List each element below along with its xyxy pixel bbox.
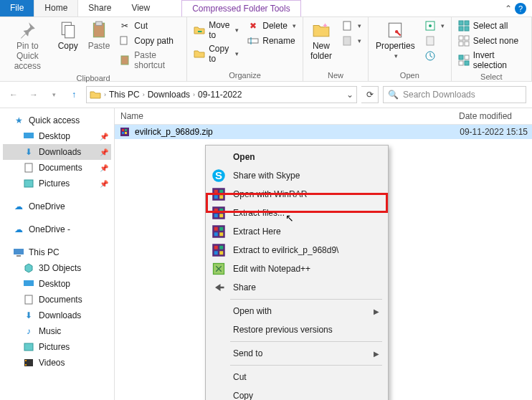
- crumb-folder[interactable]: 09-11-2022: [198, 90, 242, 100]
- tree-desktop-2[interactable]: Desktop: [3, 276, 111, 292]
- column-headers: Name Date modified: [115, 108, 532, 125]
- delete-button[interactable]: ✖Delete▾: [245, 19, 298, 32]
- svg-rect-25: [465, 61, 469, 65]
- tree-pictures[interactable]: Pictures📌: [3, 176, 111, 191]
- tree-downloads[interactable]: ⬇Downloads📌: [3, 144, 111, 160]
- cloud-icon: ☁: [13, 224, 24, 235]
- desktop-icon: [23, 278, 34, 290]
- tab-file[interactable]: File: [0, 0, 34, 16]
- highlight-box: [206, 193, 388, 213]
- group-select-label: Select: [456, 72, 527, 81]
- svg-rect-23: [465, 42, 469, 46]
- chevron-right-icon[interactable]: ›: [193, 91, 195, 98]
- tree-videos[interactable]: Videos: [3, 355, 111, 371]
- ctx-notepad[interactable]: Edit with Notepad++: [207, 259, 386, 278]
- search-input[interactable]: 🔍 Search Downloads: [383, 86, 526, 103]
- nav-forward-button[interactable]: →: [26, 87, 42, 103]
- tab-home[interactable]: Home: [34, 0, 78, 16]
- properties-button[interactable]: Properties▾: [373, 19, 418, 61]
- tree-onedrive[interactable]: ☁OneDrive: [3, 199, 111, 214]
- copy-to-button[interactable]: Copy to▾: [191, 43, 241, 65]
- ctx-open-with[interactable]: Open with▶: [207, 302, 386, 320]
- help-icon[interactable]: ?: [515, 3, 526, 14]
- desktop-icon: [23, 130, 34, 142]
- nav-up-button[interactable]: ↑: [66, 87, 82, 103]
- chevron-right-icon[interactable]: ›: [143, 91, 145, 98]
- file-row[interactable]: evilrick_p_968d9.zip 09-11-2022 15:15: [115, 125, 532, 139]
- tree-onedrive-2[interactable]: ☁OneDrive -: [3, 222, 111, 237]
- tree-pictures-2[interactable]: Pictures: [3, 339, 111, 355]
- chevron-right-icon[interactable]: ›: [104, 91, 106, 98]
- cut-button[interactable]: ✂Cut: [117, 19, 182, 32]
- select-none-button[interactable]: Select none: [456, 34, 527, 47]
- select-all-button[interactable]: Select all: [456, 19, 527, 32]
- copy-path-button[interactable]: Copy path: [117, 34, 182, 47]
- crumb-downloads[interactable]: Downloads: [148, 90, 190, 100]
- tab-view[interactable]: View: [121, 0, 160, 16]
- copy-button[interactable]: Copy: [55, 19, 81, 52]
- pin-icon: 📌: [100, 133, 108, 141]
- svg-rect-43: [125, 132, 127, 134]
- svg-rect-57: [214, 227, 218, 231]
- refresh-button[interactable]: ⟳: [361, 86, 379, 103]
- new-item-button[interactable]: ▾: [339, 19, 364, 32]
- scissors-icon: ✂: [119, 20, 130, 32]
- ctx-restore-versions[interactable]: Restore previous versions: [207, 320, 386, 339]
- svg-rect-32: [16, 255, 21, 257]
- dropdown-icon: ▾: [394, 52, 398, 59]
- breadcrumb[interactable]: › This PC › Downloads › 09-11-2022 ⌄: [86, 86, 357, 103]
- svg-rect-55: [219, 214, 223, 217]
- ctx-send-to[interactable]: Send to▶: [207, 344, 386, 363]
- tree-thispc[interactable]: This PC: [3, 244, 111, 260]
- ctx-extract-here[interactable]: Extract Here: [207, 222, 386, 241]
- tree-downloads-2[interactable]: ⬇Downloads: [3, 308, 111, 323]
- tree-desktop[interactable]: Desktop📌: [3, 128, 111, 144]
- svg-rect-3: [96, 22, 103, 25]
- group-open: Properties▾ ▾ Open: [369, 17, 452, 81]
- nav-recent-button[interactable]: ▾: [46, 87, 62, 103]
- tab-compressed-tools[interactable]: Compressed Folder Tools: [181, 0, 301, 16]
- pictures-icon: [23, 178, 34, 189]
- paste-button[interactable]: Paste: [85, 19, 113, 52]
- address-bar: ← → ▾ ↑ › This PC › Downloads › 09-11-20…: [0, 82, 532, 108]
- open-button[interactable]: ▾: [422, 19, 447, 32]
- nav-back-button[interactable]: ←: [6, 87, 22, 103]
- tree-documents-2[interactable]: Documents: [3, 292, 111, 308]
- address-dropdown-icon[interactable]: ⌄: [346, 90, 353, 100]
- paste-shortcut-button[interactable]: Paste shortcut: [117, 49, 182, 71]
- move-to-button[interactable]: Move to▾: [191, 19, 241, 41]
- dropdown-icon: ▾: [235, 50, 239, 57]
- ctx-open[interactable]: Open: [207, 148, 386, 166]
- svg-rect-38: [25, 364, 27, 366]
- file-date: 09-11-2022 15:15: [449, 127, 528, 137]
- edit-button[interactable]: [422, 34, 447, 47]
- easy-access-button[interactable]: ▾: [339, 34, 364, 47]
- column-date[interactable]: Date modified: [453, 108, 532, 124]
- pin-quick-access-button[interactable]: Pin to Quick access: [4, 19, 51, 72]
- ctx-share[interactable]: Share: [207, 278, 386, 297]
- ctx-cut[interactable]: Cut: [207, 368, 386, 386]
- tree-quick-access[interactable]: ★Quick access: [3, 113, 111, 128]
- tree-music[interactable]: ♪Music: [3, 323, 111, 339]
- pictures-icon: [23, 341, 34, 353]
- tree-3dobjects[interactable]: 3D Objects: [3, 260, 111, 276]
- moveto-icon: [194, 24, 205, 36]
- crumb-thispc[interactable]: This PC: [109, 90, 140, 100]
- rename-button[interactable]: Rename: [245, 34, 298, 47]
- ctx-share-skype[interactable]: SShare with Skype: [207, 166, 386, 185]
- svg-rect-64: [214, 251, 218, 254]
- ribbon-collapse-icon[interactable]: ⌃: [505, 4, 512, 14]
- new-folder-button[interactable]: New folder: [308, 19, 335, 62]
- svg-rect-65: [219, 251, 223, 254]
- svg-rect-1: [65, 26, 74, 38]
- ctx-copy[interactable]: Copy: [207, 386, 386, 400]
- history-button[interactable]: [422, 49, 447, 62]
- skype-icon: S: [212, 169, 226, 182]
- ctx-extract-to[interactable]: Extract to evilrick_p_968d9\: [207, 241, 386, 259]
- invert-selection-button[interactable]: Invert selection: [456, 49, 527, 71]
- tree-documents[interactable]: Documents📌: [3, 160, 111, 176]
- column-name[interactable]: Name: [115, 108, 453, 124]
- svg-rect-37: [25, 360, 27, 361]
- svg-rect-24: [459, 55, 463, 59]
- tab-share[interactable]: Share: [78, 0, 121, 16]
